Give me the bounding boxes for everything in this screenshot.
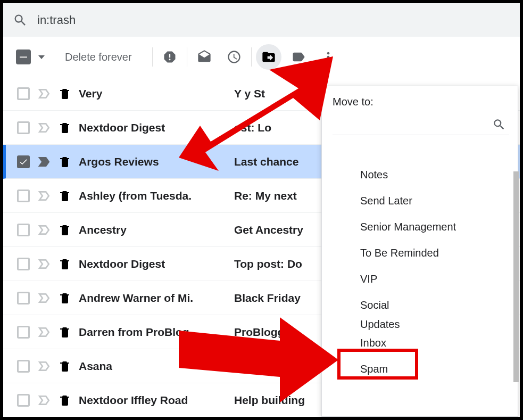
sender: Nextdoor Iffley Road xyxy=(79,394,227,407)
sender: Argos Reviews xyxy=(79,155,227,168)
importance-icon[interactable] xyxy=(37,155,51,169)
importance-icon[interactable] xyxy=(37,257,51,271)
select-dropdown-icon[interactable] xyxy=(38,55,45,59)
row-checkbox[interactable] xyxy=(17,155,30,168)
trash-icon xyxy=(59,121,71,134)
move-to-item[interactable]: VIP xyxy=(333,266,513,292)
row-checkbox[interactable] xyxy=(17,190,30,202)
trash-icon xyxy=(59,360,71,373)
move-to-title: Move to: xyxy=(333,96,513,114)
trash-icon xyxy=(59,155,71,168)
move-to-item[interactable]: Senior Management xyxy=(333,214,513,240)
select-checkbox[interactable] xyxy=(16,50,31,64)
more-icon[interactable] xyxy=(316,44,341,70)
snooze-icon[interactable] xyxy=(221,44,247,70)
search-bar xyxy=(3,3,520,37)
move-to-item[interactable]: Updates xyxy=(333,318,513,330)
search-icon xyxy=(492,118,506,131)
delete-forever-button[interactable]: Delete forever xyxy=(65,51,132,63)
importance-icon[interactable] xyxy=(37,87,51,101)
row-checkbox[interactable] xyxy=(17,224,30,236)
mark-read-icon[interactable] xyxy=(192,44,217,70)
move-to-item[interactable]: To Be Reminded xyxy=(333,240,513,266)
row-checkbox[interactable] xyxy=(17,258,30,270)
sender: Very xyxy=(79,87,227,100)
importance-icon[interactable] xyxy=(37,223,51,237)
importance-icon[interactable] xyxy=(37,189,51,203)
importance-icon[interactable] xyxy=(37,359,51,373)
sender: Asana xyxy=(79,360,227,373)
importance-icon[interactable] xyxy=(37,121,51,135)
sender: Darren from ProBlog. xyxy=(79,326,227,339)
row-checkbox[interactable] xyxy=(17,292,30,304)
importance-icon[interactable] xyxy=(37,393,51,407)
trash-icon xyxy=(59,190,71,202)
trash-icon xyxy=(59,326,71,339)
report-spam-icon[interactable] xyxy=(157,44,182,70)
row-checkbox[interactable] xyxy=(17,87,30,100)
scrollbar[interactable] xyxy=(513,171,519,382)
trash-icon xyxy=(59,292,71,304)
sender: Andrew Warner of Mi. xyxy=(79,292,227,304)
row-checkbox[interactable] xyxy=(17,121,30,134)
search-icon[interactable] xyxy=(13,13,28,28)
move-to-search[interactable] xyxy=(333,114,509,135)
importance-icon[interactable] xyxy=(37,325,51,339)
annotation-highlight-box xyxy=(337,349,418,380)
trash-icon xyxy=(59,258,71,270)
trash-icon xyxy=(59,87,71,100)
move-to-item[interactable]: Social xyxy=(333,292,513,318)
labels-icon[interactable] xyxy=(286,44,311,70)
search-input[interactable] xyxy=(37,13,510,27)
move-to-item[interactable]: Send Later xyxy=(333,188,513,214)
sender: Ancestry xyxy=(79,224,227,236)
row-checkbox[interactable] xyxy=(17,326,30,339)
move-to-item[interactable]: Notes xyxy=(333,162,513,188)
move-to-icon[interactable] xyxy=(256,44,281,70)
sender: Nextdoor Digest xyxy=(79,121,227,134)
sender: Ashley (from Tuesda. xyxy=(79,190,227,202)
sender: Nextdoor Digest xyxy=(79,258,227,270)
trash-icon xyxy=(59,224,71,236)
importance-icon[interactable] xyxy=(37,291,51,305)
trash-icon xyxy=(59,394,71,407)
toolbar: Delete forever xyxy=(3,37,520,77)
row-checkbox[interactable] xyxy=(17,360,30,373)
row-checkbox[interactable] xyxy=(17,394,30,407)
